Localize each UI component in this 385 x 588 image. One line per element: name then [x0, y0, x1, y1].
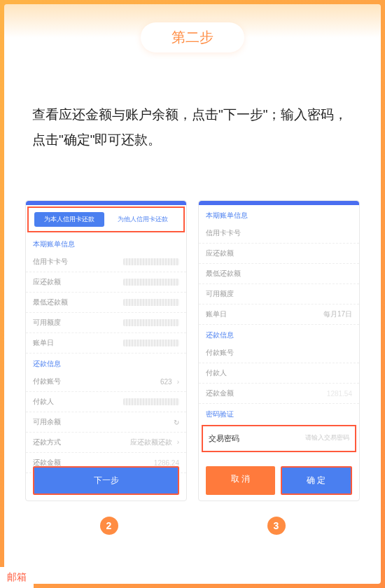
instruction-text: 查看应还金额与账户余额，点击"下一步"；输入密码，点击"确定"即可还款。	[32, 102, 353, 153]
row-card-no: 信用卡卡号	[26, 252, 186, 272]
payer-label: 付款人	[206, 368, 227, 378]
badge-2: 2	[100, 517, 118, 535]
min-due-label: 最低还款额	[206, 269, 241, 279]
row-amt-due: 应还款额	[26, 272, 186, 293]
phone-screenshot-2: 为本人信用卡还款 为他人信用卡还款 本期账单信息 信用卡卡号 应还款额 最低还款…	[25, 200, 187, 501]
step-badge: 第二步	[141, 22, 244, 52]
blur-value	[123, 258, 179, 265]
row-payer: 付款人	[26, 392, 186, 412]
badge-3: 3	[267, 517, 286, 535]
tab-self-card[interactable]: 为本人信用卡还款	[34, 212, 104, 227]
bill-date-label: 账单日	[33, 338, 54, 348]
row-card-no: 信用卡卡号	[199, 223, 359, 244]
row-payer: 付款人	[199, 363, 359, 384]
repay-amt-label: 还款金额	[206, 388, 234, 398]
password-label: 交易密码	[209, 433, 239, 444]
button-row: 取 消 确 定	[206, 466, 352, 495]
row-avail: 可用额度	[26, 313, 186, 333]
repay-method-value: 应还款额还款	[130, 438, 172, 446]
amt-due-label: 应还款额	[206, 248, 234, 258]
blur-value	[123, 340, 179, 346]
section-pwd-title: 密码验证	[199, 404, 359, 422]
password-highlight-box: 交易密码 请输入交易密码	[202, 425, 356, 452]
step-label: 第二步	[172, 29, 214, 45]
row-repay-method[interactable]: 还款方式 应还款额还款 ›	[26, 433, 186, 453]
tab-bar: 为本人信用卡还款 为他人信用卡还款	[27, 206, 185, 232]
row-bill-date: 账单日 每月17日	[199, 304, 359, 325]
next-step-button[interactable]: 下一步	[33, 466, 179, 495]
refresh-icon[interactable]: ↻	[174, 419, 179, 426]
pay-acct-value: 623	[160, 378, 172, 386]
blur-value	[123, 299, 179, 306]
row-bill-date: 账单日	[26, 333, 186, 354]
avail-bal-label: 可用余额	[33, 417, 61, 427]
blur-value	[123, 398, 179, 405]
row-repay-amt: 还款金额 1281.54	[199, 384, 359, 404]
pay-acct-label: 付款账号	[33, 377, 61, 386]
avail-label: 可用额度	[206, 289, 234, 299]
card-no-label: 信用卡卡号	[33, 257, 68, 267]
row-min-due: 最低还款额	[199, 264, 359, 284]
section-bill-title: 本期账单信息	[26, 234, 186, 252]
phone-topbar	[26, 201, 186, 205]
avail-label: 可用额度	[33, 318, 61, 328]
repay-method-label: 还款方式	[33, 438, 61, 447]
row-amt-due: 应还款额	[199, 244, 359, 264]
blur-value	[123, 319, 179, 326]
content-card: 第二步 查看应还金额与账户余额，点击"下一步"；输入密码，点击"确定"即可还款。…	[4, 4, 381, 584]
number-badges: 2 3	[25, 517, 360, 535]
blur-value	[123, 279, 179, 286]
row-avail: 可用额度	[199, 284, 359, 304]
cancel-button[interactable]: 取 消	[206, 466, 275, 495]
confirm-button[interactable]: 确 定	[281, 466, 353, 495]
min-due-label: 最低还款额	[33, 298, 68, 307]
amt-due-label: 应还款额	[33, 277, 61, 287]
password-placeholder: 请输入交易密码	[305, 433, 349, 444]
bill-date-label: 账单日	[206, 309, 227, 319]
footer-label: 邮箱	[0, 567, 34, 588]
row-pay-acct: 付款账号	[199, 343, 359, 363]
section-repay-title: 还款信息	[26, 354, 186, 372]
pay-acct-label: 付款账号	[206, 348, 234, 358]
screenshot-row: 为本人信用卡还款 为他人信用卡还款 本期账单信息 信用卡卡号 应还款额 最低还款…	[25, 200, 360, 501]
row-min-due: 最低还款额	[26, 293, 186, 313]
chevron-right-icon: ›	[177, 378, 179, 386]
section-bill-title: 本期账单信息	[199, 205, 359, 223]
bill-date-value: 每月17日	[323, 309, 352, 319]
row-avail-bal: 可用余额 ↻	[26, 412, 186, 433]
password-row[interactable]: 交易密码 请输入交易密码	[203, 426, 355, 451]
section-repay-title: 还款信息	[199, 325, 359, 343]
phone-screenshot-3: 本期账单信息 信用卡卡号 应还款额 最低还款额 可用额度 账单日 每月17日 还…	[198, 200, 360, 501]
repay-amt-value: 1281.54	[327, 390, 352, 398]
tab-other-card[interactable]: 为他人信用卡还款	[108, 212, 178, 227]
card-no-label: 信用卡卡号	[206, 228, 241, 238]
payer-label: 付款人	[33, 397, 54, 407]
repay-amt-value: 1286.24	[154, 459, 179, 467]
chevron-right-icon: ›	[177, 438, 179, 446]
row-pay-acct[interactable]: 付款账号 623 ›	[26, 372, 186, 392]
